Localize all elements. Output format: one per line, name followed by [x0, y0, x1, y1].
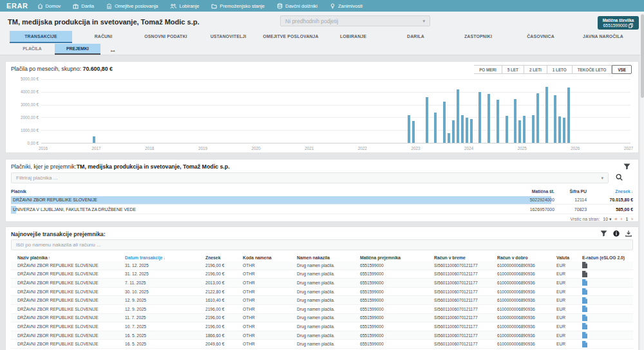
tab[interactable]: RAČUNI	[72, 31, 135, 43]
range-button[interactable]: 1 LETO	[547, 65, 573, 74]
first-page-icon[interactable]: «	[614, 216, 617, 222]
chart-bar[interactable]	[470, 119, 473, 143]
copy-icon[interactable]	[629, 23, 633, 28]
chart-bar[interactable]	[563, 118, 565, 143]
navbar-item[interactable]: Zanimivosti	[330, 3, 363, 9]
chart-bar[interactable]	[466, 118, 468, 143]
chart-bar[interactable]	[488, 94, 490, 143]
navbar-item[interactable]: Lobiranje	[170, 3, 199, 9]
e-invoice-document-icon[interactable]	[582, 323, 633, 329]
chart-bar[interactable]	[448, 133, 450, 143]
tab[interactable]: OMEJITVE POSLOVANJA	[260, 31, 322, 43]
e-invoice-document-icon[interactable]	[582, 262, 633, 268]
navbar-item[interactable]: Domov	[37, 3, 61, 9]
col-racun-v-breme[interactable]: Račun v breme	[434, 255, 497, 260]
chart-bar[interactable]	[426, 97, 428, 143]
e-invoice-document-icon[interactable]	[582, 288, 633, 295]
col-maticna[interactable]: Matična št.	[493, 189, 554, 194]
subtab[interactable]: PREJEMKI	[55, 44, 100, 55]
navbar-item[interactable]: Davčni dolžniki	[277, 3, 317, 9]
chart-bar[interactable]	[518, 120, 521, 143]
filter-icon[interactable]	[600, 230, 607, 237]
e-invoice-document-icon[interactable]	[582, 332, 633, 338]
transaction-row: DRŽAVNI ZBOR REPUBLIKE SLOVENIJE 12. 9. …	[11, 305, 633, 314]
col-namen-nakazila[interactable]: Namen nakazila	[297, 255, 360, 260]
home-icon	[37, 3, 43, 9]
chart-bar[interactable]	[554, 95, 556, 143]
col-naziv-placnika[interactable]: Naziv plačnika↑	[17, 255, 125, 260]
chart-bar[interactable]	[93, 136, 95, 143]
chart-bar[interactable]	[506, 116, 508, 143]
tab[interactable]: ČASOVNICA	[509, 31, 572, 43]
chart-bar[interactable]	[497, 100, 499, 143]
tab[interactable]: JAVNA NAROČILA	[572, 31, 634, 43]
navbar-item[interactable]: Premoženjsko stanje	[211, 3, 265, 9]
prev-page-icon[interactable]: ‹	[621, 216, 623, 222]
registration-number-badge[interactable]: Matična številka 6551599000	[598, 16, 639, 30]
col-valuta[interactable]: Valuta	[556, 255, 582, 260]
rows-per-page-select[interactable]: 10 ▾	[603, 217, 611, 222]
chart-bar[interactable]	[457, 89, 459, 143]
navbar-item[interactable]: Omejitve poslovanja	[106, 3, 158, 9]
tab[interactable]: LOBIRANJE	[322, 31, 384, 43]
chart-bar[interactable]	[434, 113, 437, 143]
payer-row[interactable]: DRŽAVNI ZBOR REPUBLIKE SLOVENIJE 5022924…	[11, 195, 633, 205]
col-sifra-pu[interactable]: Šifra PU	[554, 189, 587, 194]
chart-bar[interactable]	[478, 92, 481, 143]
col-koda-namena[interactable]: Koda namena	[243, 255, 297, 260]
search-icon[interactable]	[616, 174, 623, 181]
previous-companies-dropdown[interactable]: Ni predhodnih podjetij ▾	[280, 15, 430, 26]
col-datum-sorted[interactable]: Datum transakcije↓	[125, 255, 205, 260]
col-eracun[interactable]: E-račun (eSLOG 2.0)	[582, 255, 633, 260]
col-maticna-prejemnika[interactable]: Matična prejemnika	[360, 255, 434, 260]
range-button[interactable]: TEKOČE LETO	[573, 65, 612, 74]
x-axis-label: 2026	[571, 146, 580, 151]
transaction-search-input[interactable]: Išči po namenu nakazila ali računu ...	[11, 239, 633, 250]
chart-bar[interactable]	[452, 120, 455, 143]
chart-bar[interactable]	[523, 116, 526, 143]
resize-horizontal-icon[interactable]: ↔	[109, 44, 117, 55]
e-invoice-document-icon[interactable]	[582, 271, 633, 277]
chart-bar[interactable]	[558, 116, 561, 143]
e-invoice-document-icon[interactable]	[582, 315, 633, 321]
e-invoice-document-icon[interactable]	[582, 306, 633, 312]
tab[interactable]: TRANSAKCIJE	[10, 31, 72, 43]
chart-bar[interactable]	[443, 102, 446, 143]
e-invoice-document-icon[interactable]	[582, 341, 633, 347]
range-button[interactable]: 2 LETI	[524, 65, 547, 74]
x-axis-label: 2022	[358, 146, 367, 151]
e-invoice-document-icon[interactable]	[582, 279, 633, 286]
filter-icon[interactable]	[623, 163, 630, 170]
chart-bar[interactable]	[532, 115, 535, 143]
payer-filter-input[interactable]: Filtriraj plačnika ... ▾	[11, 172, 609, 183]
tab[interactable]: DARILA	[384, 31, 447, 43]
erar-logo[interactable]: ERAR	[6, 2, 28, 10]
range-button[interactable]: 5 LET	[502, 65, 524, 74]
scrollbar-thumb[interactable]	[641, 14, 644, 98]
payer-row[interactable]: UNIVERZA V LJUBLJANI, FAKULTETA ZA DRUŽB…	[11, 205, 633, 214]
download-icon[interactable]	[625, 230, 632, 237]
col-racun-v-dobro[interactable]: Račun v dobro	[497, 255, 556, 260]
chart-bar[interactable]	[514, 99, 516, 143]
e-invoice-document-icon[interactable]	[582, 297, 633, 304]
transaction-row: DRŽAVNI ZBOR REPUBLIKE SLOVENIJE 12. 9. …	[11, 296, 633, 305]
next-page-icon[interactable]: ›	[631, 216, 633, 222]
chart-bar[interactable]	[536, 93, 539, 143]
tab[interactable]: OSNOVNI PODATKI	[135, 31, 197, 43]
chart-bar[interactable]	[567, 88, 570, 143]
info-icon[interactable]	[613, 230, 620, 237]
range-button[interactable]: PO MERI	[474, 65, 502, 74]
tab[interactable]: USTANOVITELJI	[197, 31, 260, 43]
chart-bar[interactable]	[412, 121, 415, 143]
chart-bar[interactable]	[461, 115, 464, 143]
subtab[interactable]: PLAČILA	[10, 44, 55, 55]
current-page[interactable]: 1	[625, 217, 628, 221]
tab[interactable]: ZASTOPNIKI	[447, 31, 509, 43]
range-button[interactable]: VSE	[612, 65, 632, 74]
col-placnik[interactable]: Plačnik	[11, 189, 493, 194]
col-znesek[interactable]: Znesek	[205, 255, 243, 260]
col-znesek-sorted[interactable]: Znesek↓	[587, 189, 633, 194]
chart-bar[interactable]	[545, 87, 548, 143]
navbar-item[interactable]: Darila	[73, 3, 94, 9]
chart-bar[interactable]	[408, 115, 410, 143]
